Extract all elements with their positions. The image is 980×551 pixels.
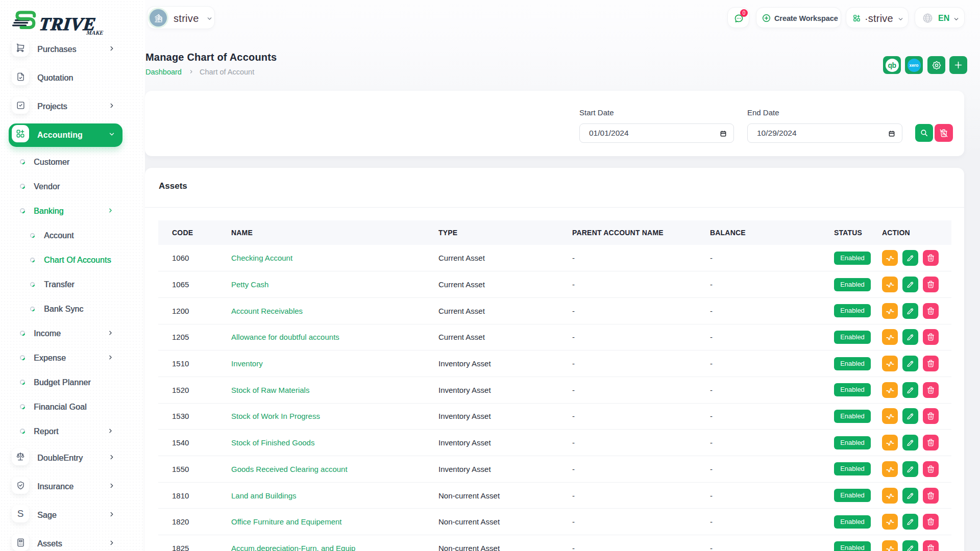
svg-text:MAKE: MAKE (86, 30, 104, 36)
